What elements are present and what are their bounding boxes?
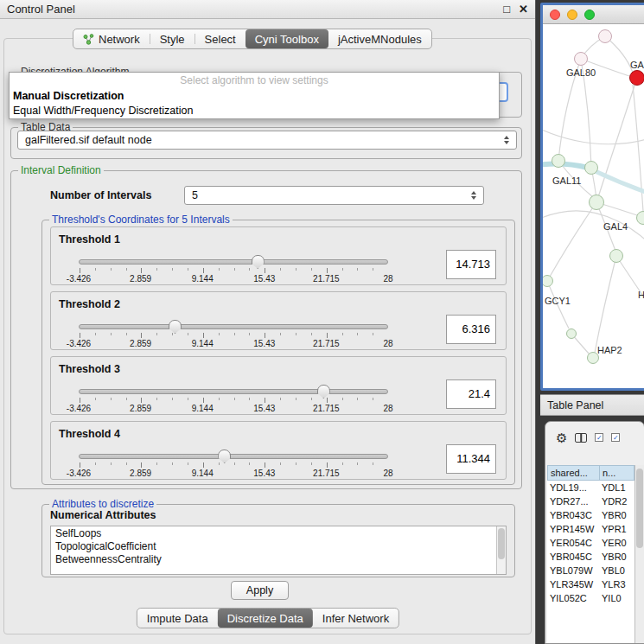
table-cell[interactable]: YDR2	[599, 494, 634, 508]
table-cell[interactable]: YIL052C	[547, 591, 599, 605]
network-node[interactable]	[574, 52, 588, 66]
zoom-traffic-light-icon[interactable]	[584, 10, 595, 20]
list-item[interactable]: TopologicalCoefficient	[51, 539, 506, 552]
slider-tick-labels: -3.426 2.859 9.144 15.43 21.715 28	[79, 274, 388, 284]
tab-discretize-data[interactable]: Discretize Data	[218, 609, 313, 628]
table-cell[interactable]: YLR3	[599, 577, 634, 591]
column-header-name[interactable]: n...	[599, 465, 634, 481]
slider-thumb[interactable]	[317, 385, 330, 399]
threshold-slider[interactable]: -3.426 2.859 9.144 15.43 21.715 28	[79, 386, 388, 414]
list-item[interactable]: BetweennessCentrality	[51, 552, 506, 565]
network-node[interactable]	[636, 211, 644, 225]
columns-icon[interactable]	[575, 433, 587, 443]
tab-select-label: Select	[205, 33, 236, 46]
table-cell[interactable]: YDR27...	[547, 494, 599, 508]
checkbox-icon[interactable]: ✓	[595, 433, 603, 442]
network-node[interactable]	[589, 194, 604, 210]
network-view-window: GAL80 GA GAL11 GAL4 GCY1 HAP2 H	[540, 3, 644, 391]
number-of-intervals-combobox[interactable]: 5	[184, 186, 484, 205]
network-node[interactable]	[598, 29, 612, 43]
slider-track[interactable]	[79, 259, 388, 265]
table-row[interactable]: YBR043C YBR0	[547, 508, 634, 522]
table-row[interactable]: YIL052C YIL0	[547, 591, 634, 605]
column-header-shared-name[interactable]: shared...	[547, 465, 599, 481]
threshold-value-field[interactable]: 14.713	[446, 250, 496, 279]
close-icon[interactable]: ✕	[519, 3, 528, 16]
slider-thumb[interactable]	[169, 320, 182, 334]
tab-impute-data[interactable]: Impute Data	[137, 609, 218, 628]
slider-ticks	[80, 398, 387, 403]
table-cell[interactable]: YBR0	[599, 550, 634, 564]
table-cell[interactable]: YLR345W	[547, 577, 599, 591]
table-cell[interactable]: YBR045C	[547, 550, 599, 564]
minimize-traffic-light-icon[interactable]	[567, 10, 577, 20]
tab-cyni-toolbox[interactable]: Cyni Toolbox	[245, 29, 328, 48]
scrollbar-thumb[interactable]	[498, 528, 505, 559]
network-node[interactable]	[609, 249, 623, 263]
table-cell[interactable]: YER054C	[547, 536, 599, 550]
slider-track[interactable]	[79, 454, 388, 459]
table-toolbar: ⚙ ✓ ✓	[545, 422, 644, 453]
float-window-icon[interactable]: □	[503, 3, 510, 16]
table-cell[interactable]: YDL19...	[547, 481, 599, 494]
table-panel-title: Table Panel	[547, 399, 603, 411]
table-cell[interactable]: YBL0	[599, 564, 634, 577]
close-traffic-light-icon[interactable]	[550, 10, 560, 20]
table-row[interactable]: YBR045C YBR0	[547, 550, 634, 564]
table-cell[interactable]: YBL079W	[547, 564, 599, 577]
threshold-slider[interactable]: -3.426 2.859 9.144 15.43 21.715 28	[79, 257, 388, 284]
apply-button[interactable]: Apply	[231, 581, 289, 600]
table-cell[interactable]: YPR1	[599, 522, 634, 536]
slider-track[interactable]	[79, 324, 388, 329]
slider-tick-labels: -3.426 2.859 9.144 15.43 21.715 28	[79, 339, 388, 348]
network-node-selected[interactable]	[629, 70, 644, 86]
tick-label: 21.715	[313, 404, 340, 413]
slider-track[interactable]	[79, 389, 388, 394]
table-cell[interactable]: YBR0	[599, 508, 634, 522]
slider-thumb[interactable]	[252, 255, 265, 269]
tick-label: 28	[383, 274, 392, 284]
threshold-value-field[interactable]: 11.344	[446, 444, 496, 474]
list-item[interactable]: SelfLoops	[51, 526, 506, 539]
tab-discretize-data-label: Discretize Data	[227, 612, 303, 625]
numerical-attributes-list[interactable]: SelfLoops TopologicalCoefficient Between…	[50, 526, 507, 575]
slider-ticks	[80, 268, 387, 273]
table-row[interactable]: YDL19... YDL1	[547, 481, 634, 494]
threshold-value-field[interactable]: 6.316	[446, 315, 496, 344]
tab-jactivemodules[interactable]: jActiveMNodules	[328, 29, 431, 48]
table-scrollbar[interactable]	[634, 465, 644, 643]
scrollbar-thumb[interactable]	[636, 469, 643, 548]
threshold-value-field[interactable]: 21.4	[446, 379, 496, 409]
checkbox-icon[interactable]: ✓	[611, 433, 620, 442]
table-cell[interactable]: YPR145W	[547, 522, 599, 536]
table-row[interactable]: YPR145W YPR1	[547, 522, 634, 536]
network-node[interactable]	[552, 154, 565, 168]
table-cell[interactable]: YBR043C	[547, 508, 599, 522]
list-scrollbar[interactable]	[496, 526, 506, 574]
table-row[interactable]: YBL079W YBL0	[547, 564, 634, 577]
network-node[interactable]	[584, 161, 598, 175]
network-canvas[interactable]: GAL80 GA GAL11 GAL4 GCY1 HAP2 H	[543, 24, 644, 388]
dropdown-option-manual-discretization[interactable]: Manual Discretization	[10, 89, 499, 104]
tab-network[interactable]: Network	[73, 29, 150, 48]
network-node[interactable]	[566, 328, 577, 339]
threshold-slider[interactable]: -3.426 2.859 9.144 15.43 21.715 28	[79, 322, 388, 349]
table-data-combobox[interactable]: galFiltered.sif default node	[17, 131, 517, 150]
number-of-intervals-label: Number of Intervals	[50, 189, 151, 201]
combo-arrows-icon	[504, 136, 509, 144]
gear-icon[interactable]: ⚙	[556, 431, 567, 444]
dropdown-option-equal-width[interactable]: Equal Width/Frequency Discretization	[10, 104, 499, 118]
tick-label: 2.859	[130, 404, 151, 413]
table-cell[interactable]: YIL0	[599, 591, 634, 605]
table-row[interactable]: YDR27... YDR2	[547, 494, 634, 508]
table-row[interactable]: YER054C YER0	[547, 536, 634, 550]
tab-select[interactable]: Select	[195, 29, 245, 48]
table-row[interactable]: YLR345W YLR3	[547, 577, 634, 591]
table-cell[interactable]: YER0	[599, 536, 634, 550]
tab-style[interactable]: Style	[150, 29, 194, 48]
slider-thumb[interactable]	[218, 450, 231, 463]
tab-infer-network[interactable]: Infer Network	[313, 609, 399, 628]
dropdown-placeholder-item[interactable]: Select algorithm to view settings	[10, 73, 499, 89]
threshold-slider[interactable]: -3.426 2.859 9.144 15.43 21.715 28	[79, 451, 388, 479]
table-cell[interactable]: YDL1	[599, 481, 634, 494]
